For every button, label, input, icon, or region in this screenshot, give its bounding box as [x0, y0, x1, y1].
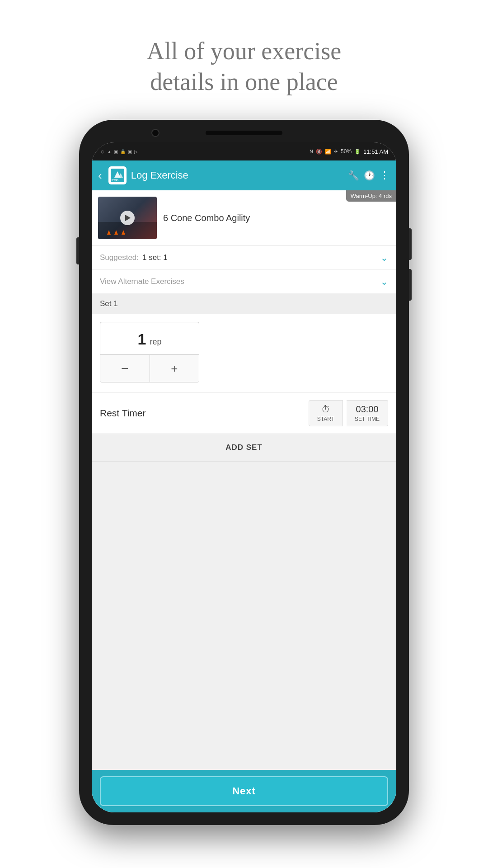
- status-wifi-icon: 📶: [325, 149, 331, 155]
- svg-text:PCG: PCG: [112, 179, 119, 182]
- add-set-button[interactable]: ADD SET: [92, 434, 396, 462]
- pcg-logo-svg: PCG: [110, 168, 125, 183]
- app-logo: PCG: [108, 166, 127, 184]
- phone-speaker: [206, 131, 282, 135]
- timer-set-label: SET TIME: [355, 416, 380, 422]
- status-icon-extra: ▣: [128, 149, 132, 154]
- rep-unit: rep: [150, 337, 161, 347]
- more-options-icon[interactable]: ⋮: [380, 170, 390, 181]
- status-icon-alert: ▲: [107, 149, 112, 154]
- bottom-bar: Next: [92, 770, 396, 812]
- status-time: 11:51 AM: [363, 148, 388, 155]
- exercise-name: 6 Cone Combo Agility: [163, 212, 390, 224]
- status-bar: ☼ ▲ ▣ 🔒 ▣ ▷ N 🔇 📶 ✈ 50% 🔋 11:51 AM: [92, 142, 396, 160]
- alternate-chevron-icon: ⌄: [380, 276, 388, 287]
- status-airplane-icon: ✈: [334, 149, 338, 155]
- suggested-row[interactable]: Suggested: 1 set: 1 ⌄: [92, 246, 396, 270]
- next-button-label: Next: [232, 785, 256, 797]
- alternate-exercises-row[interactable]: View Alternate Exercises ⌄: [92, 270, 396, 294]
- decrement-button[interactable]: −: [100, 355, 150, 382]
- play-button[interactable]: [120, 211, 135, 225]
- rep-number: 1: [138, 330, 146, 348]
- timer-start-icon: ⏱: [321, 404, 330, 415]
- exercise-header: Warm-Up: 4 rds 6 Cone Com: [92, 190, 396, 246]
- timer-set-button[interactable]: 03:00 SET TIME: [347, 400, 388, 426]
- back-button[interactable]: ‹: [98, 169, 102, 183]
- timer-start-label: START: [317, 416, 334, 422]
- increment-button[interactable]: +: [150, 355, 199, 382]
- volume-up-button[interactable]: [409, 228, 412, 260]
- suggested-value: 1 set: 1: [142, 253, 380, 262]
- add-set-label: ADD SET: [225, 443, 263, 452]
- page-headline: All of your exercise details in one plac…: [102, 36, 386, 97]
- status-icon-photo: ▣: [114, 149, 118, 154]
- set-header: Set 1: [92, 294, 396, 314]
- power-button[interactable]: [76, 237, 79, 264]
- alternate-label: View Alternate Exercises: [100, 277, 380, 286]
- warm-up-badge: Warm-Up: 4 rds: [346, 190, 396, 202]
- status-icon-brightness: ☼: [100, 148, 105, 155]
- suggested-chevron-icon: ⌄: [380, 252, 388, 263]
- next-button[interactable]: Next: [100, 776, 388, 806]
- content-area: Warm-Up: 4 rds 6 Cone Com: [92, 190, 396, 812]
- volume-down-button[interactable]: [409, 269, 412, 301]
- phone-camera: [151, 129, 160, 137]
- wrench-icon[interactable]: 🔧: [348, 170, 359, 181]
- rest-timer-row: Rest Timer ⏱ START 03:00 SET TIME: [92, 392, 396, 434]
- app-bar: ‹ PCG Log Exercise 🔧 🕐 ⋮: [92, 160, 396, 190]
- status-mute-icon: 🔇: [316, 149, 322, 155]
- status-icon-extra2: ▷: [134, 149, 138, 154]
- timer-set-time: 03:00: [356, 404, 379, 415]
- app-bar-title: Log Exercise: [131, 170, 343, 181]
- exercise-thumbnail[interactable]: [98, 197, 157, 239]
- bottom-spacer: [92, 462, 396, 770]
- history-icon[interactable]: 🕐: [364, 170, 375, 181]
- phone-screen: ☼ ▲ ▣ 🔒 ▣ ▷ N 🔇 📶 ✈ 50% 🔋 11:51 AM: [92, 142, 396, 812]
- set-content: 1 rep − +: [92, 314, 396, 392]
- rest-timer-label: Rest Timer: [100, 408, 305, 419]
- status-battery-text: 50%: [341, 148, 352, 155]
- timer-start-button[interactable]: ⏱ START: [309, 400, 343, 426]
- rep-box: 1 rep − +: [100, 322, 199, 382]
- status-icon-lock: 🔒: [120, 149, 126, 154]
- status-battery-icon: 🔋: [354, 149, 361, 155]
- status-nfc-icon: N: [310, 149, 313, 154]
- suggested-label: Suggested:: [100, 253, 139, 262]
